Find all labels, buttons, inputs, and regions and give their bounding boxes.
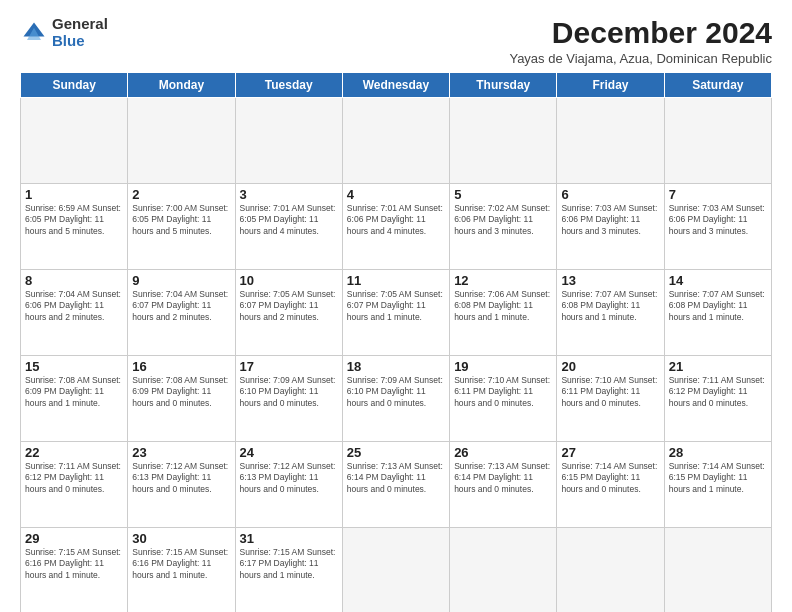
calendar-day-cell: 20Sunrise: 7:10 AM Sunset: 6:11 PM Dayli… [557, 356, 664, 442]
logo-icon [20, 19, 48, 47]
calendar-day-cell [664, 528, 771, 613]
day-number: 27 [561, 445, 659, 460]
calendar-day-cell: 27Sunrise: 7:14 AM Sunset: 6:15 PM Dayli… [557, 442, 664, 528]
calendar-day-cell: 28Sunrise: 7:14 AM Sunset: 6:15 PM Dayli… [664, 442, 771, 528]
page: General Blue December 2024 Yayas de Viaj… [0, 0, 792, 612]
calendar-day-cell [450, 98, 557, 184]
day-info: Sunrise: 7:07 AM Sunset: 6:08 PM Dayligh… [669, 289, 767, 323]
calendar-day-cell: 5Sunrise: 7:02 AM Sunset: 6:06 PM Daylig… [450, 184, 557, 270]
day-number: 26 [454, 445, 552, 460]
calendar-day-cell: 12Sunrise: 7:06 AM Sunset: 6:08 PM Dayli… [450, 270, 557, 356]
day-info: Sunrise: 7:10 AM Sunset: 6:11 PM Dayligh… [454, 375, 552, 409]
calendar-day-cell: 21Sunrise: 7:11 AM Sunset: 6:12 PM Dayli… [664, 356, 771, 442]
day-info: Sunrise: 7:07 AM Sunset: 6:08 PM Dayligh… [561, 289, 659, 323]
day-number: 23 [132, 445, 230, 460]
calendar-day-cell: 18Sunrise: 7:09 AM Sunset: 6:10 PM Dayli… [342, 356, 449, 442]
day-number: 17 [240, 359, 338, 374]
calendar-day-cell [557, 528, 664, 613]
day-info: Sunrise: 7:14 AM Sunset: 6:15 PM Dayligh… [669, 461, 767, 495]
day-info: Sunrise: 7:15 AM Sunset: 6:16 PM Dayligh… [132, 547, 230, 581]
calendar-day-cell: 1Sunrise: 6:59 AM Sunset: 6:05 PM Daylig… [21, 184, 128, 270]
calendar-week-row [21, 98, 772, 184]
day-number: 28 [669, 445, 767, 460]
day-info: Sunrise: 7:03 AM Sunset: 6:06 PM Dayligh… [669, 203, 767, 237]
logo-text: General Blue [52, 16, 108, 49]
day-number: 5 [454, 187, 552, 202]
calendar-day-header: Tuesday [235, 73, 342, 98]
day-info: Sunrise: 7:05 AM Sunset: 6:07 PM Dayligh… [240, 289, 338, 323]
calendar-week-row: 22Sunrise: 7:11 AM Sunset: 6:12 PM Dayli… [21, 442, 772, 528]
calendar-day-cell: 22Sunrise: 7:11 AM Sunset: 6:12 PM Dayli… [21, 442, 128, 528]
day-info: Sunrise: 7:09 AM Sunset: 6:10 PM Dayligh… [347, 375, 445, 409]
day-number: 11 [347, 273, 445, 288]
calendar-day-cell [342, 528, 449, 613]
day-info: Sunrise: 6:59 AM Sunset: 6:05 PM Dayligh… [25, 203, 123, 237]
day-info: Sunrise: 7:12 AM Sunset: 6:13 PM Dayligh… [240, 461, 338, 495]
day-number: 7 [669, 187, 767, 202]
day-info: Sunrise: 7:05 AM Sunset: 6:07 PM Dayligh… [347, 289, 445, 323]
logo: General Blue [20, 16, 108, 49]
calendar: SundayMondayTuesdayWednesdayThursdayFrid… [20, 72, 772, 612]
calendar-day-header: Sunday [21, 73, 128, 98]
calendar-day-cell: 17Sunrise: 7:09 AM Sunset: 6:10 PM Dayli… [235, 356, 342, 442]
day-number: 15 [25, 359, 123, 374]
day-info: Sunrise: 7:02 AM Sunset: 6:06 PM Dayligh… [454, 203, 552, 237]
day-number: 18 [347, 359, 445, 374]
calendar-day-cell: 19Sunrise: 7:10 AM Sunset: 6:11 PM Dayli… [450, 356, 557, 442]
logo-general: General [52, 16, 108, 33]
subtitle: Yayas de Viajama, Azua, Dominican Republ… [509, 51, 772, 66]
calendar-day-cell: 2Sunrise: 7:00 AM Sunset: 6:05 PM Daylig… [128, 184, 235, 270]
day-number: 24 [240, 445, 338, 460]
day-number: 16 [132, 359, 230, 374]
calendar-day-cell: 4Sunrise: 7:01 AM Sunset: 6:06 PM Daylig… [342, 184, 449, 270]
day-number: 2 [132, 187, 230, 202]
calendar-day-cell: 14Sunrise: 7:07 AM Sunset: 6:08 PM Dayli… [664, 270, 771, 356]
day-info: Sunrise: 7:10 AM Sunset: 6:11 PM Dayligh… [561, 375, 659, 409]
calendar-week-row: 15Sunrise: 7:08 AM Sunset: 6:09 PM Dayli… [21, 356, 772, 442]
calendar-day-cell: 11Sunrise: 7:05 AM Sunset: 6:07 PM Dayli… [342, 270, 449, 356]
day-info: Sunrise: 7:03 AM Sunset: 6:06 PM Dayligh… [561, 203, 659, 237]
calendar-day-cell: 9Sunrise: 7:04 AM Sunset: 6:07 PM Daylig… [128, 270, 235, 356]
header: General Blue December 2024 Yayas de Viaj… [20, 16, 772, 66]
calendar-day-cell: 15Sunrise: 7:08 AM Sunset: 6:09 PM Dayli… [21, 356, 128, 442]
day-number: 20 [561, 359, 659, 374]
day-info: Sunrise: 7:09 AM Sunset: 6:10 PM Dayligh… [240, 375, 338, 409]
calendar-day-cell: 7Sunrise: 7:03 AM Sunset: 6:06 PM Daylig… [664, 184, 771, 270]
day-number: 4 [347, 187, 445, 202]
day-info: Sunrise: 7:14 AM Sunset: 6:15 PM Dayligh… [561, 461, 659, 495]
calendar-day-cell [235, 98, 342, 184]
day-info: Sunrise: 7:13 AM Sunset: 6:14 PM Dayligh… [454, 461, 552, 495]
day-info: Sunrise: 7:13 AM Sunset: 6:14 PM Dayligh… [347, 461, 445, 495]
calendar-day-cell: 31Sunrise: 7:15 AM Sunset: 6:17 PM Dayli… [235, 528, 342, 613]
calendar-day-cell [557, 98, 664, 184]
day-info: Sunrise: 7:08 AM Sunset: 6:09 PM Dayligh… [25, 375, 123, 409]
calendar-day-cell [342, 98, 449, 184]
day-info: Sunrise: 7:06 AM Sunset: 6:08 PM Dayligh… [454, 289, 552, 323]
day-info: Sunrise: 7:11 AM Sunset: 6:12 PM Dayligh… [25, 461, 123, 495]
day-number: 30 [132, 531, 230, 546]
calendar-day-header: Wednesday [342, 73, 449, 98]
calendar-day-cell: 30Sunrise: 7:15 AM Sunset: 6:16 PM Dayli… [128, 528, 235, 613]
day-number: 8 [25, 273, 123, 288]
day-info: Sunrise: 7:00 AM Sunset: 6:05 PM Dayligh… [132, 203, 230, 237]
day-number: 25 [347, 445, 445, 460]
day-number: 19 [454, 359, 552, 374]
day-info: Sunrise: 7:12 AM Sunset: 6:13 PM Dayligh… [132, 461, 230, 495]
calendar-day-header: Thursday [450, 73, 557, 98]
main-title: December 2024 [509, 16, 772, 49]
day-number: 22 [25, 445, 123, 460]
calendar-day-header: Saturday [664, 73, 771, 98]
calendar-day-cell: 16Sunrise: 7:08 AM Sunset: 6:09 PM Dayli… [128, 356, 235, 442]
day-info: Sunrise: 7:15 AM Sunset: 6:17 PM Dayligh… [240, 547, 338, 581]
calendar-day-cell: 25Sunrise: 7:13 AM Sunset: 6:14 PM Dayli… [342, 442, 449, 528]
calendar-day-header: Monday [128, 73, 235, 98]
calendar-day-cell: 13Sunrise: 7:07 AM Sunset: 6:08 PM Dayli… [557, 270, 664, 356]
day-number: 6 [561, 187, 659, 202]
day-number: 13 [561, 273, 659, 288]
calendar-header-row: SundayMondayTuesdayWednesdayThursdayFrid… [21, 73, 772, 98]
calendar-day-cell [128, 98, 235, 184]
day-number: 12 [454, 273, 552, 288]
calendar-week-row: 29Sunrise: 7:15 AM Sunset: 6:16 PM Dayli… [21, 528, 772, 613]
calendar-day-cell: 6Sunrise: 7:03 AM Sunset: 6:06 PM Daylig… [557, 184, 664, 270]
calendar-day-cell: 3Sunrise: 7:01 AM Sunset: 6:05 PM Daylig… [235, 184, 342, 270]
